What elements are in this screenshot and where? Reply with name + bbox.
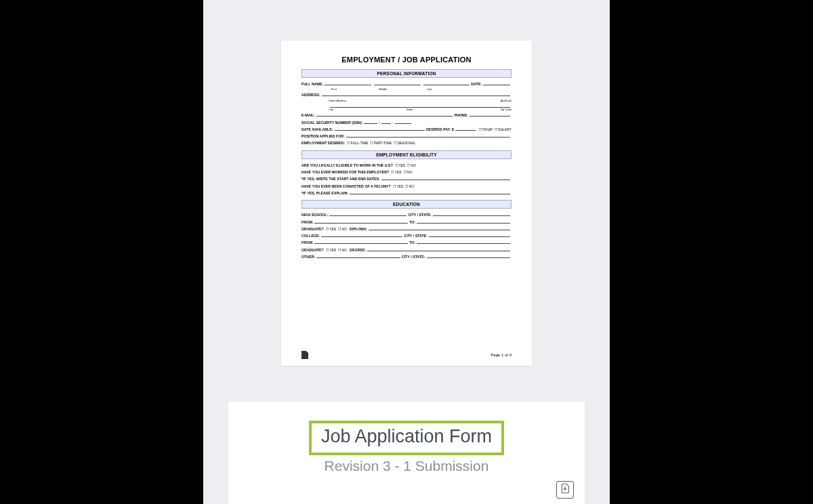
document-page-preview: EMPLOYMENT / JOB APPLICATION PERSONAL IN… [281, 41, 532, 366]
row-other: OTHER: CITY / STATE: [301, 254, 512, 259]
row-if-yes-explain: *IF YES, PLEASE EXPLAIN: [301, 190, 512, 196]
row-eligible: ARE YOU LEGALLY ELIGIBLE TO WORK IN THE … [301, 163, 512, 168]
row-college-from-to: FROM: TO: [301, 240, 512, 245]
row-employment-desired: EMPLOYMENT DESIRED: ☐ FULL-TIME ☐ PART-T… [301, 140, 512, 146]
row-hs-from-to: FROM: TO: [301, 219, 512, 225]
download-pdf-button[interactable] [556, 481, 574, 499]
pdf-icon [560, 483, 570, 497]
row-address-sub1: Street Address Apt/Suite [301, 99, 512, 102]
section-eligibility: EMPLOYMENT ELIGIBILITY [301, 150, 512, 159]
section-education: EDUCATION [301, 200, 512, 209]
doc-footer-icon [301, 351, 308, 359]
row-full-name-sub: First Middle Last [301, 87, 512, 91]
row-position: POSITION APPLIED FOR: [301, 133, 512, 139]
row-address-sub2: City State Zip Code [301, 108, 512, 111]
document-title[interactable]: Job Application Form [309, 421, 504, 455]
preview-area: EMPLOYMENT / JOB APPLICATION PERSONAL IN… [228, 0, 585, 402]
stage: EMPLOYMENT / JOB APPLICATION PERSONAL IN… [203, 0, 610, 504]
section-personal: PERSONAL INFORMATION [301, 69, 512, 78]
row-high-school: HIGH SCHOOL: CITY / STATE: [301, 212, 512, 217]
row-felony: HAVE YOU EVER BEEN CONVICTED OF A FELONY… [301, 184, 512, 189]
meta-area: Job Application Form Revision 3 - 1 Subm… [228, 402, 585, 504]
doc-title: EMPLOYMENT / JOB APPLICATION [301, 56, 512, 64]
row-hs-graduate: GRADUATE? ☐ YES ☐ NO DIPLOMA: [301, 226, 512, 232]
row-if-yes-dates: *IF YES, WRITE THE START AND END DATES: [301, 176, 512, 182]
row-email-phone: E-MAIL: PHONE: [301, 112, 512, 118]
row-college: COLLEGE: CITY / STATE: [301, 233, 512, 238]
document-card: EMPLOYMENT / JOB APPLICATION PERSONAL IN… [228, 0, 585, 504]
page-number: Page 1 of 4 [491, 353, 512, 357]
row-full-name: FULL NAME: DATE: [301, 81, 512, 87]
row-address2 [301, 104, 512, 108]
row-address: ADDRESS: [301, 92, 512, 98]
row-college-graduate: GRADUATE? ☐ YES ☐ NO DEGREE: [301, 247, 512, 253]
row-date-available: DATE AVAILABLE: DESIRED PAY: $ ☐ HOUR ☐ … [301, 127, 512, 132]
document-subtitle: Revision 3 - 1 Submission [228, 458, 585, 474]
page-footer: Page 1 of 4 [301, 351, 512, 359]
row-ssn: SOCIAL SECURITY NUMBER (SSN): - - [301, 120, 512, 125]
row-worked-before: HAVE YOU EVER WORKED FOR THIS EMPLOYER? … [301, 169, 512, 175]
